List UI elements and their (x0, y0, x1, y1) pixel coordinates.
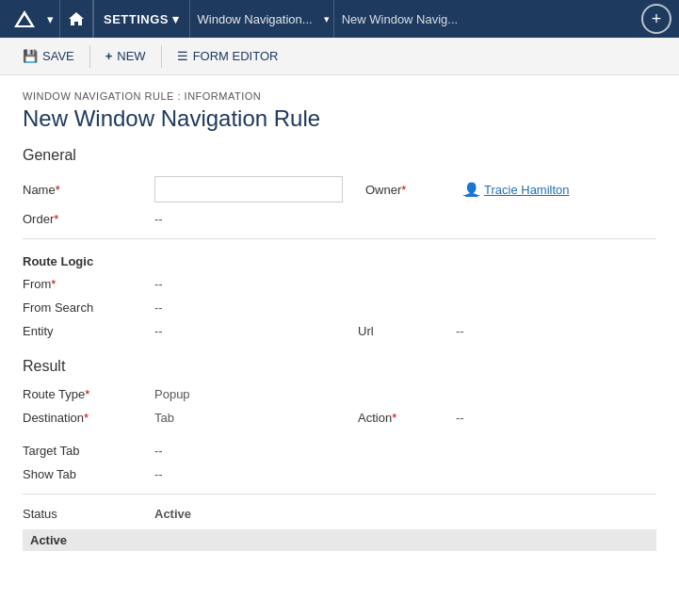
from-search-value: -- (154, 296, 343, 319)
owner-required: * (401, 183, 406, 197)
name-required: * (56, 183, 60, 197)
destination-required: * (84, 411, 89, 425)
general-form-table: Name* Owner* 👤 Tracie Hamilton Order (23, 171, 656, 231)
owner-label: Owner* (350, 171, 463, 207)
name-input-cell (154, 171, 350, 207)
route-type-label: Route Type* (23, 382, 154, 406)
order-label: Order* (23, 207, 154, 231)
plus-icon: + (652, 9, 662, 29)
destination-value: Tab (154, 406, 343, 430)
spacer-row (23, 430, 656, 439)
save-button[interactable]: 💾 SAVE (15, 45, 82, 67)
from-search-row: From Search -- (23, 296, 656, 319)
status-bar: Active (23, 529, 656, 551)
result-section: Result Route Type* Popup Destination* Ta… (23, 358, 656, 486)
top-navigation: ▾ SETTINGS ▾ Window Navigation... ▾ New … (0, 0, 679, 38)
app-logo (8, 0, 41, 38)
toolbar-separator-1 (89, 45, 90, 68)
show-tab-value: -- (154, 462, 343, 486)
form-editor-label: FORM EDITOR (193, 49, 279, 63)
general-section: General Name* Owner* 👤 Tracie Hamilton (23, 147, 656, 231)
route-type-required: * (85, 387, 89, 401)
add-tab-button[interactable]: + (641, 4, 671, 34)
settings-chevron-icon: ▾ (172, 12, 180, 26)
status-row: Status Active (23, 502, 656, 526)
form-editor-button[interactable]: ☰ FORM EDITOR (170, 45, 286, 67)
toolbar-separator-2 (161, 45, 162, 68)
status-section: Status Active Active (23, 494, 656, 551)
name-row: Name* Owner* 👤 Tracie Hamilton (23, 171, 656, 207)
entity-label: Entity (23, 319, 154, 343)
from-value: -- (154, 272, 343, 296)
destination-row: Destination* Tab Action* -- (23, 406, 656, 430)
dropdown-chevron-icon: ▾ (47, 12, 54, 26)
breadcrumb-nav-text: Window Navigation... (198, 12, 313, 26)
toolbar: 💾 SAVE + NEW ☰ FORM EDITOR (0, 38, 679, 75)
status-label: Status (23, 502, 154, 526)
name-input[interactable] (154, 176, 343, 203)
breadcrumb-dropdown-button[interactable]: ▾ (320, 0, 333, 38)
entity-row: Entity -- Url -- (23, 319, 656, 343)
destination-label: Destination* (23, 406, 154, 430)
owner-value-cell: 👤 Tracie Hamilton (463, 171, 656, 207)
order-required: * (54, 212, 58, 226)
from-label: From* (23, 272, 154, 296)
form-editor-icon: ☰ (177, 49, 188, 63)
new-label: NEW (117, 49, 145, 63)
status-value: Active (154, 502, 343, 526)
action-label: Action* (343, 406, 456, 430)
save-icon: 💾 (23, 49, 38, 63)
page-title: New Window Navigation Rule (23, 105, 656, 132)
form-breadcrumb: WINDOW NAVIGATION RULE : INFORMATION (23, 90, 656, 102)
url-value: -- (456, 319, 656, 343)
order-value: -- (154, 207, 350, 231)
from-required: * (51, 277, 56, 291)
general-section-title: General (23, 147, 656, 164)
result-table: Route Type* Popup Destination* Tab Actio… (23, 382, 656, 486)
route-logic-title: Route Logic (23, 247, 656, 272)
main-content: WINDOW NAVIGATION RULE : INFORMATION New… (0, 75, 679, 616)
order-row: Order* -- (23, 207, 656, 231)
route-type-value: Popup (154, 382, 343, 406)
status-bar-value: Active (30, 533, 67, 547)
show-tab-label: Show Tab (23, 462, 154, 486)
name-label: Name* (23, 171, 154, 207)
new-button[interactable]: + NEW (98, 45, 154, 67)
app-dropdown-button[interactable]: ▾ (41, 0, 59, 38)
route-logic-divider (23, 238, 656, 239)
settings-label: SETTINGS (104, 12, 169, 26)
new-icon: + (105, 49, 113, 63)
url-label: Url (343, 319, 456, 343)
target-tab-row: Target Tab -- (23, 439, 656, 462)
active-tab-label: New Window Navig... (334, 12, 466, 26)
result-section-title: Result (23, 358, 656, 375)
home-button[interactable] (59, 0, 93, 38)
from-search-label: From Search (23, 296, 154, 319)
action-required: * (392, 411, 396, 425)
owner-link[interactable]: 👤 Tracie Hamilton (463, 182, 649, 197)
entity-value: -- (154, 319, 343, 343)
route-logic-table: From* -- From Search -- Entity -- Url -- (23, 272, 656, 343)
route-type-row: Route Type* Popup (23, 382, 656, 406)
target-tab-label: Target Tab (23, 439, 154, 462)
action-value: -- (456, 406, 656, 430)
settings-menu-button[interactable]: SETTINGS ▾ (94, 0, 189, 38)
save-label: SAVE (42, 49, 74, 63)
person-icon: 👤 (463, 182, 479, 197)
from-row: From* -- (23, 272, 656, 296)
status-table: Status Active (23, 502, 656, 526)
breadcrumb-nav-item[interactable]: Window Navigation... (190, 12, 320, 26)
owner-name: Tracie Hamilton (484, 183, 570, 197)
show-tab-row: Show Tab -- (23, 462, 656, 486)
target-tab-value: -- (154, 439, 343, 462)
route-logic-section: Route Logic From* -- From Search -- Enti… (23, 247, 656, 343)
